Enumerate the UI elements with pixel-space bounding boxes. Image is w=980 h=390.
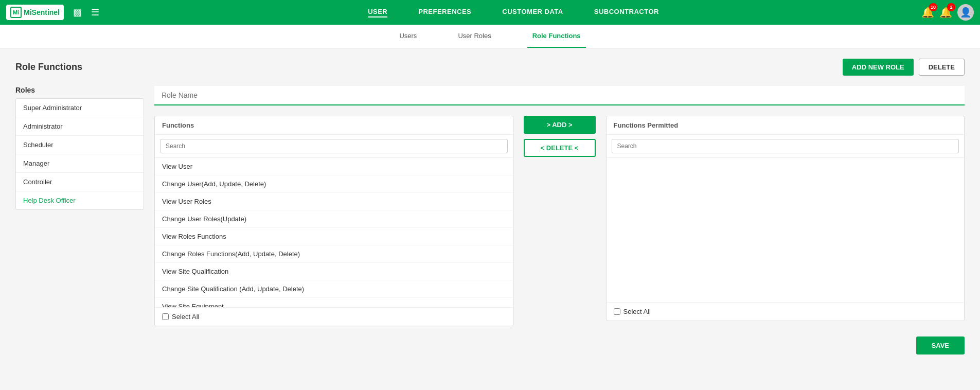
permitted-select-all-label[interactable]: Select All: [614, 308, 651, 315]
add-new-role-button[interactable]: ADD NEW ROLE: [843, 59, 914, 76]
chart-icon-button[interactable]: ▩: [70, 4, 85, 21]
user-avatar[interactable]: 👤: [957, 4, 974, 21]
sidebar-item-administrator[interactable]: Administrator: [16, 117, 144, 136]
logo-icon: Mi: [10, 7, 22, 18]
menu-icon-button[interactable]: ☰: [88, 4, 102, 21]
sidebar-item-helpdesk[interactable]: Help Desk Officer: [16, 191, 144, 209]
save-button[interactable]: SAVE: [916, 336, 965, 354]
logo-text: MiSentinel: [24, 8, 60, 16]
functions-list: View User Change User(Add, Update, Delet…: [155, 158, 513, 307]
add-function-button[interactable]: > ADD >: [524, 116, 596, 134]
header-actions: ADD NEW ROLE DELETE: [843, 59, 965, 76]
nav-right: 🔔 10 🔔 2 👤: [921, 4, 974, 21]
delete-function-button[interactable]: < DELETE <: [524, 139, 596, 157]
function-item-view-site-qual[interactable]: View Site Qualification: [155, 263, 513, 280]
function-item-change-site-qual[interactable]: Change Site Qualification (Add, Update, …: [155, 280, 513, 298]
main-layout: Roles Super Administrator Administrator …: [15, 86, 965, 354]
logo[interactable]: Mi MiSentinel: [6, 5, 64, 20]
functions-search: [155, 135, 513, 158]
functions-select-all-checkbox[interactable]: [162, 313, 169, 320]
permitted-select-all-text: Select All: [623, 308, 651, 315]
page-title: Role Functions: [15, 62, 82, 73]
secondary-nav: Users User Roles Role Functions: [0, 25, 980, 48]
nav-subcontractor[interactable]: SUBCONTRACTOR: [594, 8, 659, 17]
sidebar: Roles Super Administrator Administrator …: [15, 86, 144, 354]
page-header: Role Functions ADD NEW ROLE DELETE: [15, 59, 965, 76]
functions-search-input[interactable]: [160, 139, 508, 153]
nav-customer-data[interactable]: CUSTOMER DATA: [502, 8, 563, 17]
permitted-footer: Select All: [607, 302, 965, 321]
save-area: SAVE: [154, 336, 965, 354]
function-item-change-user[interactable]: Change User(Add, Update, Delete): [155, 175, 513, 193]
notification-count: 2: [947, 3, 955, 11]
functions-layout: Functions View User Change User(Add, Upd…: [154, 116, 965, 326]
permitted-search: [607, 135, 965, 158]
functions-select-all-label[interactable]: Select All: [162, 313, 199, 321]
top-nav: Mi MiSentinel ▩ ☰ USER PREFERENCES CUSTO…: [0, 0, 980, 25]
permitted-panel-header: Functions Permitted: [607, 116, 965, 135]
nav-user[interactable]: USER: [368, 8, 387, 17]
middle-actions: > ADD > < DELETE <: [513, 116, 606, 157]
nav-links: USER PREFERENCES CUSTOMER DATA SUBCONTRA…: [105, 8, 921, 17]
function-item-change-user-roles[interactable]: Change User Roles(Update): [155, 210, 513, 228]
content-area: Functions View User Change User(Add, Upd…: [154, 86, 965, 354]
sidebar-title: Roles: [15, 86, 144, 94]
function-item-view-site-equipment[interactable]: View Site Equipment: [155, 298, 513, 307]
permitted-list: [607, 158, 965, 302]
page-container: Role Functions ADD NEW ROLE DELETE Roles…: [0, 48, 980, 365]
permitted-search-input[interactable]: [612, 139, 959, 153]
functions-panel-header: Functions: [155, 116, 513, 135]
sidebar-item-controller[interactable]: Controller: [16, 173, 144, 191]
delete-button[interactable]: DELETE: [919, 59, 965, 76]
alert-count: 10: [929, 3, 937, 11]
notification-bell[interactable]: 🔔 2: [939, 6, 952, 19]
function-item-view-roles-functions[interactable]: View Roles Functions: [155, 228, 513, 245]
sidebar-item-super-administrator[interactable]: Super Administrator: [16, 99, 144, 117]
functions-panel: Functions View User Change User(Add, Upd…: [154, 116, 513, 326]
sidebar-list: Super Administrator Administrator Schedu…: [15, 98, 144, 210]
tab-users[interactable]: Users: [394, 25, 422, 48]
permitted-select-all-checkbox[interactable]: [614, 308, 620, 315]
tab-role-functions[interactable]: Role Functions: [527, 25, 586, 48]
sidebar-item-scheduler[interactable]: Scheduler: [16, 136, 144, 154]
alert-bell[interactable]: 🔔 10: [921, 6, 934, 19]
nav-preferences[interactable]: PREFERENCES: [418, 8, 471, 17]
functions-select-all-text: Select All: [172, 313, 199, 321]
functions-footer: Select All: [155, 307, 513, 326]
function-item-change-roles-functions[interactable]: Change Roles Functions(Add, Update, Dele…: [155, 245, 513, 263]
function-item-view-user-roles[interactable]: View User Roles: [155, 193, 513, 210]
sidebar-item-manager[interactable]: Manager: [16, 154, 144, 173]
function-item-view-user[interactable]: View User: [155, 158, 513, 175]
tab-user-roles[interactable]: User Roles: [453, 25, 496, 48]
permitted-panel: Functions Permitted Select All: [606, 116, 965, 321]
role-name-input[interactable]: [154, 86, 965, 105]
